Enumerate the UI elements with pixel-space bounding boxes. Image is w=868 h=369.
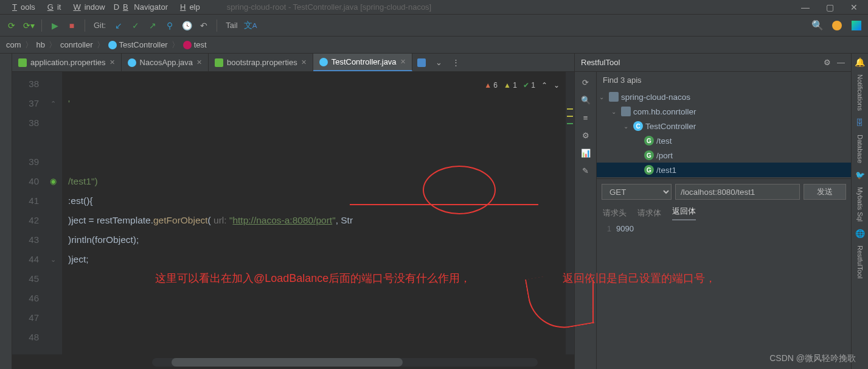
gutter-icons: ⌃ ◉ ⌄ <box>44 72 62 354</box>
insp-up-icon[interactable]: ⌃ <box>541 76 547 95</box>
url-field[interactable] <box>675 184 800 200</box>
vtab-database[interactable]: Database <box>855 131 865 167</box>
editor-tabs: application.properties✕ NacosApp.java✕ b… <box>12 54 574 72</box>
find-result: Find 3 apis <box>597 72 851 88</box>
gear-icon[interactable]: ⚙ <box>824 58 831 67</box>
tab-bootstrap-properties[interactable]: bootstrap.properties✕ <box>209 54 313 71</box>
jetbrains-icon[interactable] <box>850 19 863 32</box>
ok-icon: ✔ 1 <box>523 76 535 95</box>
crumb-class[interactable]: TestController <box>108 40 168 50</box>
tree-ep-port[interactable]: G/port <box>597 148 851 163</box>
http-method-select[interactable]: GET <box>602 184 672 200</box>
build-menu-icon[interactable]: ⟳▾ <box>22 19 35 32</box>
compare-icon[interactable]: ⚲ <box>163 19 176 32</box>
send-button[interactable]: 发送 <box>804 184 846 200</box>
tree-package[interactable]: ⌄com.hb.conrtoller <box>597 104 851 119</box>
update-icon[interactable]: ↙ <box>112 19 125 32</box>
tab-nacosapp[interactable]: NacosApp.java✕ <box>122 54 209 71</box>
tree-ep-test1[interactable]: G/test1 <box>597 163 851 177</box>
maximize-icon[interactable]: ▢ <box>821 1 839 13</box>
tab-req-body[interactable]: 请求体 <box>637 208 661 219</box>
translate-icon[interactable]: 文A <box>244 19 257 32</box>
menu-tools[interactable]: TToolsools <box>5 1 39 13</box>
run-icon[interactable]: ▶ <box>48 19 61 32</box>
crumb-pkg[interactable]: conrtoller <box>60 40 92 49</box>
error-stripe[interactable] <box>566 72 574 354</box>
crumb-com[interactable]: com <box>6 40 21 49</box>
minimize-icon[interactable]: — <box>796 1 814 13</box>
search-tool-icon[interactable]: 🔍 <box>581 96 591 105</box>
tab-testcontroller[interactable]: TestController.java✕ <box>313 54 412 71</box>
tail-label[interactable]: Tail <box>226 21 238 30</box>
tab-hidden-icon[interactable] <box>412 54 431 71</box>
profile-icon[interactable] <box>830 19 844 32</box>
api-tree: ⌄spring-cloud-nacos ⌄com.hb.conrtoller ⌄… <box>597 88 851 178</box>
settings-tool-icon[interactable]: ⚙ <box>582 131 589 140</box>
build-icon[interactable]: ⟳ <box>5 19 18 32</box>
inspections-widget[interactable]: ▲ 6 ▲ 1 ✔ 1 ⌃ ⌄ <box>484 76 560 95</box>
push-icon[interactable]: ↗ <box>146 19 159 32</box>
tree-project[interactable]: ⌄spring-cloud-nacos <box>597 90 851 104</box>
panel-title: RestfulTool <box>581 58 620 67</box>
tab-overflow-icon[interactable]: ⋮ <box>447 54 465 71</box>
annotation-stroke <box>592 280 594 323</box>
line-gutter: 383738 39404142434445464748 <box>12 72 44 354</box>
vtab-mybatis[interactable]: Mybatis Sql <box>855 183 865 225</box>
vtab-restful[interactable]: RestfulTool <box>855 242 865 282</box>
code-editor[interactable]: ' /test1") :est(){ )ject = restTemplate.… <box>62 72 566 354</box>
restful-tool-panel: RestfulTool ⚙ — ⟳ 🔍 ≡ ⚙ 📊 ✎ Find 3 apis … <box>574 54 851 369</box>
window-title: spring-cloud-root - TestController.java … <box>223 1 435 13</box>
main-menu: TToolsools Git Window DB Navigator Help … <box>0 0 868 15</box>
menu-git[interactable]: Git <box>40 1 65 13</box>
commit-icon[interactable]: ✓ <box>129 19 142 32</box>
right-tool-strip: 🔔 Notifications 🗄 Database 🐦 Mybatis Sql… <box>851 54 868 369</box>
tab-application-properties[interactable]: application.properties✕ <box>12 54 122 71</box>
menu-window[interactable]: Window <box>66 1 108 13</box>
request-icon[interactable]: ✎ <box>582 166 589 175</box>
tab-req-headers[interactable]: 请求头 <box>603 208 627 219</box>
request-bar: GET 发送 <box>597 178 851 205</box>
refresh-icon[interactable]: ⟳ <box>582 78 589 87</box>
tree-ep-test[interactable]: G/test <box>597 133 851 148</box>
chart-icon[interactable]: 📊 <box>581 149 591 158</box>
git-label: Git: <box>94 21 106 30</box>
breadcrumb: com〉 hb〉 conrtoller〉 TestController〉 tes… <box>0 37 868 54</box>
tree-controller[interactable]: ⌄CTestController <box>597 119 851 133</box>
crumb-hb[interactable]: hb <box>36 40 45 49</box>
left-gutter <box>0 54 12 369</box>
insp-down-icon[interactable]: ⌄ <box>554 76 560 95</box>
menu-help[interactable]: Help <box>173 1 204 13</box>
vtab-notifications[interactable]: Notifications <box>855 71 865 114</box>
tab-resp-body[interactable]: 返回体 <box>672 206 696 220</box>
warn-a-icon: ▲ 6 <box>484 76 498 95</box>
hide-icon[interactable]: — <box>837 58 845 67</box>
filter-icon[interactable]: ≡ <box>583 113 588 122</box>
warn-b-icon: ▲ 1 <box>504 76 517 95</box>
tab-dropdown-icon[interactable]: ⌄ <box>431 54 447 71</box>
response-tabs: 请求头 请求体 返回体 <box>597 205 851 222</box>
response-body[interactable]: 1 9090 <box>597 222 851 369</box>
history-icon[interactable]: 🕓 <box>180 19 193 32</box>
toolbar: ⟳ ⟳▾ ▶ ■ Git: ↙ ✓ ↗ ⚲ 🕓 ↶ Tail 文A 🔍 <box>0 15 868 37</box>
watermark: CSDN @微风轻吟挽歌 <box>769 353 856 364</box>
stop-icon[interactable]: ■ <box>65 19 78 32</box>
search-icon[interactable]: 🔍 <box>811 19 824 32</box>
crumb-method[interactable]: test <box>183 40 207 50</box>
horizontal-scrollbar[interactable] <box>152 358 538 367</box>
panel-toolbar: ⟳ 🔍 ≡ ⚙ 📊 ✎ <box>575 72 597 369</box>
close-icon[interactable]: ✕ <box>845 1 863 13</box>
rollback-icon[interactable]: ↶ <box>197 19 210 32</box>
menu-dbnav[interactable]: DB Navigator <box>110 1 172 13</box>
